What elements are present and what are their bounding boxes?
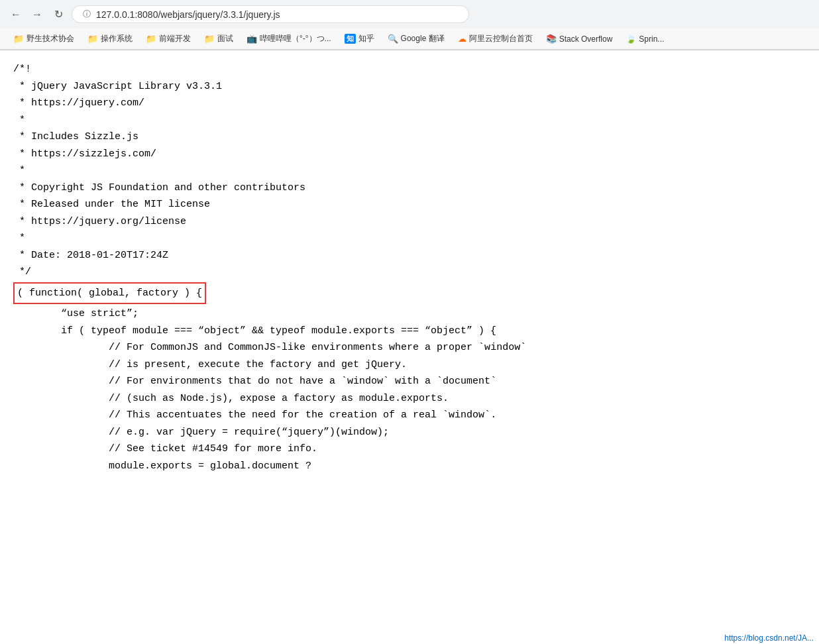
- back-button[interactable]: ←: [8, 7, 24, 23]
- bookmark-label: 前端开发: [159, 33, 191, 44]
- bilibili-icon: 📺: [246, 34, 257, 44]
- bookmark-label: 野生技术协会: [27, 33, 74, 44]
- code-line: * https://sizzlejs.com/: [13, 146, 806, 163]
- bookmark-item[interactable]: 知 知乎: [339, 31, 380, 46]
- code-line: /*!: [13, 61, 806, 78]
- code-line: “use strict”;: [13, 305, 806, 323]
- code-line: * Released under the MIT license: [13, 196, 806, 213]
- zhihu-icon: 知: [345, 34, 356, 44]
- bookmark-label: Google 翻译: [401, 33, 445, 44]
- bookmark-label: 操作系统: [101, 33, 133, 44]
- bookmark-label: 面试: [217, 33, 233, 44]
- refresh-button[interactable]: ↻: [50, 7, 66, 23]
- bookmark-item[interactable]: 📁 面试: [199, 31, 239, 46]
- browser-chrome: ← → ↻ ⓘ 127.0.0.1:8080/webjars/jquery/3.…: [0, 0, 819, 50]
- browser-nav: ← → ↻ ⓘ 127.0.0.1:8080/webjars/jquery/3.…: [0, 0, 819, 28]
- folder-icon: 📁: [13, 34, 24, 44]
- code-line: // For environments that do not have a `…: [13, 373, 806, 390]
- code-line: */: [13, 264, 806, 281]
- code-line: * jQuery JavaScript Library v3.3.1: [13, 78, 806, 95]
- folder-icon: 📁: [204, 34, 215, 44]
- status-url: https://blog.csdn.net/JA...: [724, 633, 814, 643]
- bookmark-item[interactable]: 🔍 Google 翻译: [382, 31, 450, 46]
- code-line: // is present, execute the factory and g…: [13, 356, 806, 374]
- bookmark-item[interactable]: 📁 前端开发: [140, 31, 196, 46]
- folder-icon: 📁: [87, 34, 98, 44]
- bookmark-item[interactable]: 📚 Stack Overflow: [541, 32, 618, 46]
- code-line: *: [13, 112, 806, 129]
- code-line: * https://jquery.com/: [13, 95, 806, 112]
- security-icon: ⓘ: [83, 9, 91, 20]
- code-line: * https://jquery.org/license: [13, 213, 806, 231]
- bookmark-label: 哔哩哔哩（°-°）つ...: [260, 33, 331, 44]
- bookmark-label: Sprin...: [639, 34, 664, 44]
- highlighted-code-block: ( function( global, factory ) {: [13, 282, 806, 305]
- code-line: *: [13, 162, 806, 180]
- bookmark-label: 知乎: [358, 33, 374, 44]
- aliyun-icon: ☁: [458, 34, 466, 44]
- google-icon: 🔍: [388, 34, 398, 44]
- code-line: module.exports = global.document ?: [13, 458, 806, 475]
- bookmark-label: Stack Overflow: [559, 34, 613, 44]
- code-line: * Copyright JS Foundation and other cont…: [13, 180, 806, 197]
- bookmark-item[interactable]: 📁 野生技术协会: [8, 31, 80, 46]
- code-line: * Date: 2018-01-20T17:24Z: [13, 247, 806, 264]
- stackoverflow-icon: 📚: [546, 34, 557, 44]
- status-bar: https://blog.csdn.net/JA...: [719, 632, 819, 644]
- spring-icon: 🍃: [626, 34, 636, 44]
- folder-icon: 📁: [146, 34, 156, 44]
- highlighted-function-line: ( function( global, factory ) {: [13, 282, 206, 305]
- code-line: // This accentuates the need for the cre…: [13, 407, 806, 424]
- code-line: // (such as Node.js), expose a factory a…: [13, 390, 806, 407]
- code-line: // See ticket #14549 for more info.: [13, 441, 806, 458]
- code-line: if ( typeof module === “object” && typeo…: [13, 323, 806, 340]
- code-content: /*! * jQuery JavaScript Library v3.3.1 *…: [0, 50, 819, 644]
- code-line: // e.g. var jQuery = require(“jquery”)(w…: [13, 424, 806, 441]
- code-line: * Includes Sizzle.js: [13, 129, 806, 146]
- code-line: // For CommonJS and CommonJS-like enviro…: [13, 339, 806, 356]
- bookmarks-bar: 📁 野生技术协会 📁 操作系统 📁 前端开发 📁 面试 📺 哔哩哔哩（°-°）つ…: [0, 28, 819, 50]
- forward-button[interactable]: →: [29, 7, 45, 23]
- bookmark-item[interactable]: 📺 哔哩哔哩（°-°）つ...: [241, 31, 337, 46]
- bookmark-label: 阿里云控制台首页: [469, 33, 533, 44]
- bookmark-item[interactable]: 🍃 Sprin...: [620, 32, 669, 46]
- bookmark-item[interactable]: ☁ 阿里云控制台首页: [453, 31, 538, 46]
- bookmark-item[interactable]: 📁 操作系统: [82, 31, 138, 46]
- code-line: *: [13, 230, 806, 247]
- address-bar[interactable]: ⓘ 127.0.0.1:8080/webjars/jquery/3.3.1/jq…: [72, 5, 469, 23]
- url-text: 127.0.0.1:8080/webjars/jquery/3.3.1/jque…: [96, 9, 280, 20]
